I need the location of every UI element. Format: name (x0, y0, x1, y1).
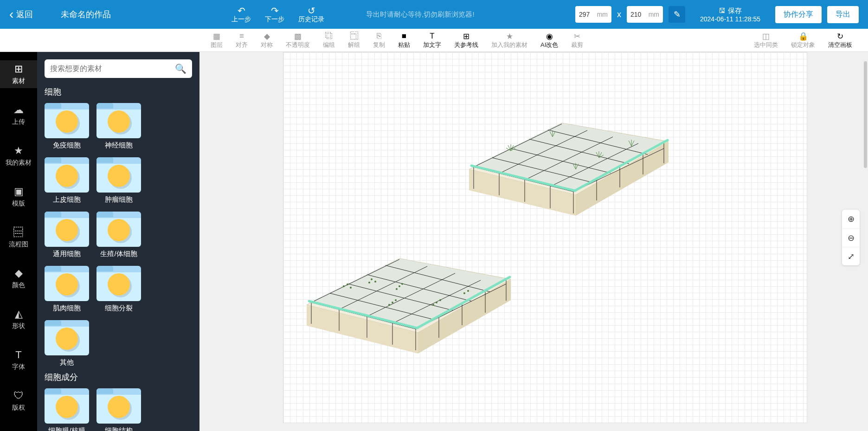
canvas-object-scene-a[interactable] (455, 77, 673, 216)
toolbar-裁剪[interactable]: ✂裁剪 (571, 32, 583, 49)
toolbar-清空画板[interactable]: ↻清空画板 (828, 32, 852, 49)
vertical-scrollbar[interactable] (864, 61, 867, 168)
nav-颜色[interactable]: ◆颜色 (0, 264, 37, 292)
toolbar-图层[interactable]: ▦图层 (211, 32, 223, 49)
toolbar-复制[interactable]: ⎘复制 (373, 32, 385, 49)
svg-point-50 (343, 285, 345, 287)
nav-icon: ⿳ (13, 226, 24, 238)
folder-label: 细胞膜/核膜 (48, 426, 85, 431)
nav-字体[interactable]: T字体 (0, 346, 37, 374)
undo-button[interactable]: ↶上一步 (231, 5, 251, 24)
search-box[interactable]: 🔍 (45, 59, 192, 78)
toolbar-icon: ⿻ (325, 32, 333, 41)
folder-label: 肌肉细胞 (53, 304, 81, 313)
back-button[interactable]: 返回 (9, 7, 33, 22)
nav-icon: 🛡 (13, 390, 24, 402)
toolbar-icon: ✂ (574, 32, 580, 41)
svg-point-61 (432, 304, 434, 306)
zoom-out-button[interactable]: ⊖ (842, 228, 860, 247)
folder-肌肉细胞[interactable]: 肌肉细胞 (45, 266, 89, 313)
toolbar-粘贴[interactable]: ■粘贴 (398, 32, 410, 49)
export-button[interactable]: 导出 (827, 6, 859, 23)
toolbar-锁定对象[interactable]: 🔒锁定对象 (791, 32, 815, 49)
folder-生殖/体细胞[interactable]: 生殖/体细胞 (96, 212, 141, 258)
toolbar-不透明度[interactable]: ▩不透明度 (286, 32, 310, 49)
pen-icon: ✎ (674, 9, 681, 19)
toolbar-icon: ◉ (546, 32, 553, 41)
width-input[interactable]: 297mm (575, 6, 611, 23)
asset-panel: 🔍 细胞免疫细胞神经细胞上皮细胞肿瘤细胞通用细胞生殖/体细胞肌肉细胞细胞分裂其他… (37, 52, 199, 431)
folder-细胞结构[interactable]: 细胞结构 (96, 388, 141, 431)
toolbar-icon: T (430, 32, 434, 41)
folder-神经细胞[interactable]: 神经细胞 (96, 103, 141, 150)
collab-share-button[interactable]: 协作分享 (775, 6, 822, 23)
save-timestamp: 2024-06-11 11:28:55 (700, 15, 760, 23)
history-button[interactable]: ↺历史记录 (298, 5, 324, 24)
folder-thumb (45, 266, 89, 301)
toolbar-对称[interactable]: ◆对称 (261, 32, 273, 49)
nav-我的素材[interactable]: ★我的素材 (0, 142, 37, 170)
folder-thumb (96, 212, 141, 247)
redo-button[interactable]: ↷下一步 (265, 5, 284, 24)
fit-screen-button[interactable]: ⤢ (842, 247, 860, 265)
toolbar-AI改色[interactable]: ◉AI改色 (540, 32, 558, 49)
folder-thumb (45, 388, 89, 424)
pen-tool-button[interactable]: ✎ (669, 6, 685, 23)
nav-icon: ◭ (15, 308, 23, 320)
height-input[interactable]: 210mm (627, 6, 663, 23)
canvas-area[interactable]: ⊕ ⊖ ⤢ (199, 52, 868, 431)
document-title[interactable]: 未命名的作品 (61, 9, 111, 20)
context-toolbar: ▦图层≡对齐◆对称▩不透明度⿻编组⿹解组⎘复制■粘贴T加文字⊞关参考线★加入我的… (0, 29, 868, 52)
toolbar-icon: ≡ (239, 32, 244, 41)
folder-通用细胞[interactable]: 通用细胞 (45, 212, 89, 258)
nav-流程图[interactable]: ⿳流程图 (0, 224, 37, 251)
folder-label: 细胞分裂 (105, 304, 133, 313)
folder-细胞分裂[interactable]: 细胞分裂 (96, 266, 141, 313)
toolbar-选中同类[interactable]: ◫选中同类 (754, 32, 778, 49)
toolbar-加入我的素材[interactable]: ★加入我的素材 (491, 32, 527, 49)
left-nav: ⊞素材☁上传★我的素材▣模版⿳流程图◆颜色◭形状T字体🛡版权💬有奖反馈 (0, 52, 37, 431)
toolbar-icon: ◆ (264, 32, 270, 41)
nav-形状[interactable]: ◭形状 (0, 305, 37, 333)
folder-thumb (96, 103, 141, 138)
nav-模版[interactable]: ▣模版 (0, 183, 37, 211)
folder-肿瘤细胞[interactable]: 肿瘤细胞 (96, 157, 141, 204)
toolbar-解组[interactable]: ⿹解组 (348, 32, 360, 49)
folder-thumb (45, 320, 89, 355)
section-title: 细胞 (45, 86, 192, 97)
folder-细胞膜/核膜[interactable]: 细胞膜/核膜 (45, 388, 89, 431)
toolbar-编组[interactable]: ⿻编组 (323, 32, 335, 49)
nav-icon: ◆ (15, 267, 23, 279)
toolbar-icon: ⿹ (350, 32, 358, 41)
nav-素材[interactable]: ⊞素材 (0, 60, 37, 88)
dim-separator: x (617, 10, 621, 19)
search-icon[interactable]: 🔍 (175, 63, 186, 74)
folder-thumb (45, 103, 89, 138)
toolbar-icon: ▩ (294, 32, 302, 41)
folder-其他[interactable]: 其他 (45, 320, 89, 367)
canvas-object-scene-b[interactable] (293, 212, 515, 356)
artboard[interactable] (283, 52, 807, 423)
folder-label: 生殖/体细胞 (100, 250, 137, 258)
save-block[interactable]: 🖫 保存 2024-06-11 11:28:55 (700, 6, 760, 23)
nav-版权[interactable]: 🛡版权 (0, 387, 37, 415)
nav-有奖反馈[interactable]: 💬有奖反馈 (0, 428, 37, 431)
nav-icon: ▣ (14, 186, 24, 198)
folder-上皮细胞[interactable]: 上皮细胞 (45, 157, 89, 204)
svg-point-58 (396, 288, 398, 290)
folder-免疫细胞[interactable]: 免疫细胞 (45, 103, 89, 150)
toolbar-关参考线[interactable]: ⊞关参考线 (454, 32, 478, 49)
svg-point-53 (371, 278, 373, 280)
zoom-in-button[interactable]: ⊕ (842, 210, 860, 228)
svg-point-56 (399, 285, 400, 287)
nav-icon: ⊞ (14, 63, 23, 75)
nav-icon: T (15, 349, 21, 361)
nav-上传[interactable]: ☁上传 (0, 101, 37, 129)
toolbar-对齐[interactable]: ≡对齐 (236, 32, 248, 49)
svg-point-64 (392, 302, 393, 303)
export-warning: 导出时请耐心等待,切勿刷新浏览器! (366, 10, 474, 19)
toolbar-加文字[interactable]: T加文字 (423, 32, 441, 49)
zoom-controls: ⊕ ⊖ ⤢ (842, 210, 860, 265)
folder-label: 免疫细胞 (53, 141, 81, 150)
search-input[interactable] (50, 64, 175, 73)
